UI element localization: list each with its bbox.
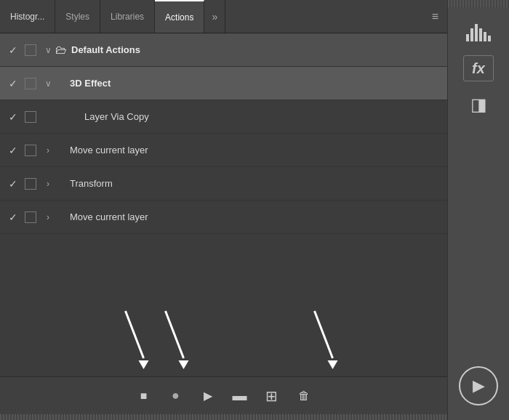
- delete-icon: 🗑: [298, 389, 310, 403]
- chevron-move-layer-2: ›: [41, 212, 55, 222]
- sidebar-styles-button[interactable]: ◨: [461, 87, 496, 122]
- tab-actions[interactable]: Actions: [155, 0, 204, 33]
- svg-rect-11: [488, 36, 491, 41]
- svg-marker-3: [179, 360, 189, 369]
- main-panel: Histogr... Styles Libraries Actions » ≡ …: [0, 0, 447, 420]
- svg-rect-8: [475, 24, 478, 41]
- stop-icon: ■: [140, 389, 148, 403]
- arrow-annotation-area: [0, 304, 447, 376]
- svg-rect-7: [470, 28, 473, 41]
- check-move-layer-1: ✓: [6, 145, 20, 156]
- tabs-overflow-button[interactable]: »: [204, 0, 225, 33]
- play-circle-button[interactable]: ▶: [459, 366, 498, 405]
- svg-marker-5: [328, 360, 338, 369]
- checkbox-layer-via-copy[interactable]: [25, 111, 36, 123]
- label-layer-via-copy: Layer Via Copy: [55, 111, 441, 122]
- tab-styles[interactable]: Styles: [55, 0, 100, 33]
- new-action-icon: ⊞: [265, 387, 278, 405]
- tab-histogram[interactable]: Histogr...: [0, 0, 55, 33]
- chevron-move-layer-1: ›: [41, 145, 55, 156]
- tabs-bar: Histogr... Styles Libraries Actions » ≡: [0, 0, 447, 33]
- chevron-transform: ›: [41, 179, 55, 189]
- action-row-move-layer-2[interactable]: ✓ › Move current layer: [0, 201, 447, 234]
- folder-icon: ▬: [233, 387, 247, 404]
- delete-button[interactable]: 🗑: [294, 386, 314, 406]
- svg-marker-1: [139, 360, 149, 369]
- action-row-transform[interactable]: ✓ › Transform: [0, 167, 447, 201]
- bottom-grip: [0, 414, 447, 420]
- tab-libraries[interactable]: Libraries: [100, 0, 155, 33]
- chevron-default-actions: ∨: [41, 45, 55, 55]
- stop-button[interactable]: ■: [134, 386, 154, 406]
- checkbox-move-layer-2[interactable]: [25, 211, 36, 223]
- label-3d-effect: 3D Effect: [55, 78, 441, 89]
- record-icon: ●: [172, 388, 180, 403]
- svg-line-0: [126, 311, 144, 358]
- label-move-layer-2: Move current layer: [55, 211, 441, 222]
- action-row-default-actions[interactable]: ✓ ∨ 🗁 Default Actions: [0, 33, 447, 67]
- check-3d-effect: ✓: [6, 78, 20, 89]
- svg-line-2: [166, 311, 184, 358]
- folder-icon-default-actions: 🗁: [55, 44, 67, 57]
- svg-rect-9: [479, 28, 482, 41]
- sidebar-grip: [448, 0, 509, 7]
- checkbox-move-layer-1[interactable]: [25, 145, 36, 156]
- play-icon: ▶: [204, 389, 212, 403]
- label-transform: Transform: [55, 178, 441, 189]
- check-transform: ✓: [6, 178, 20, 190]
- action-row-layer-via-copy[interactable]: ✓ Layer Via Copy: [0, 100, 447, 134]
- styles-icon: ◨: [470, 94, 487, 115]
- checkbox-3d-effect[interactable]: [25, 78, 36, 89]
- svg-rect-6: [466, 34, 469, 41]
- right-sidebar: fx ◨ ▶: [447, 0, 509, 420]
- check-move-layer-2: ✓: [6, 211, 20, 223]
- new-set-button[interactable]: ▬: [230, 386, 250, 406]
- fx-icon: fx: [472, 60, 485, 77]
- actions-list[interactable]: ✓ ∨ 🗁 Default Actions ✓ ∨ 3D Effect ✓ La…: [0, 33, 447, 304]
- bottom-toolbar: ■ ● ▶ ▬ ⊞ 🗑: [0, 376, 447, 414]
- check-layer-via-copy: ✓: [6, 111, 20, 123]
- check-default-actions: ✓: [6, 44, 20, 56]
- actions-content: ✓ ∨ 🗁 Default Actions ✓ ∨ 3D Effect ✓ La…: [0, 33, 447, 376]
- checkbox-transform[interactable]: [25, 178, 36, 190]
- record-button[interactable]: ●: [166, 386, 186, 406]
- svg-rect-10: [484, 32, 486, 41]
- svg-line-4: [315, 311, 333, 358]
- chevron-3d-effect: ∨: [41, 78, 55, 89]
- checkbox-default-actions[interactable]: [25, 44, 36, 56]
- chevron-layer-via-copy: [41, 112, 55, 122]
- play-circle-icon: ▶: [473, 376, 485, 395]
- label-move-layer-1: Move current layer: [55, 145, 441, 156]
- sidebar-fx-button[interactable]: fx: [463, 55, 494, 81]
- action-row-3d-effect[interactable]: ✓ ∨ 3D Effect: [0, 67, 447, 100]
- play-action-button[interactable]: ▶: [198, 386, 218, 406]
- action-row-move-layer-1[interactable]: ✓ › Move current layer: [0, 134, 447, 167]
- sidebar-histogram-button[interactable]: [461, 15, 496, 49]
- new-action-button[interactable]: ⊞: [262, 386, 282, 406]
- label-default-actions: Default Actions: [71, 44, 441, 55]
- tabs-menu-button[interactable]: ≡: [423, 0, 447, 33]
